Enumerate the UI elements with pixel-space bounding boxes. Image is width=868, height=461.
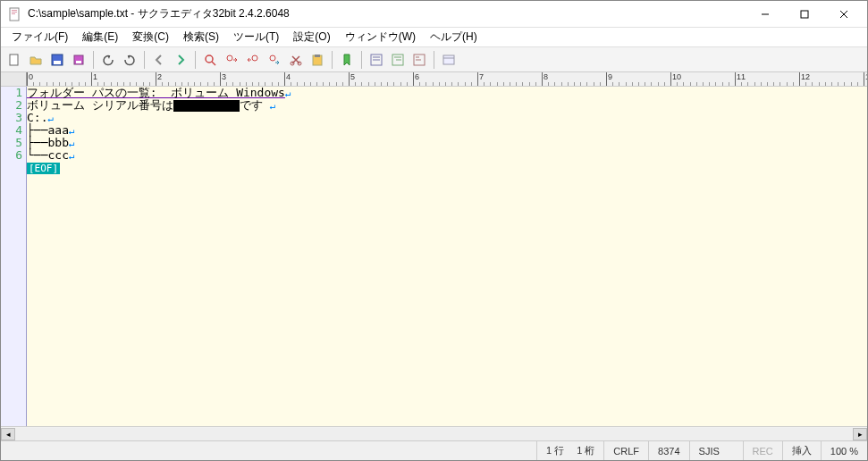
menu-settings[interactable]: 設定(O) [286,28,337,46]
new-icon[interactable] [4,50,24,70]
open-icon[interactable] [26,50,46,70]
scroll-track[interactable] [15,428,853,440]
menu-convert[interactable]: 変換(C) [125,28,176,46]
line-number-gutter: 123456 [1,87,27,426]
settings-icon[interactable] [439,50,459,70]
svg-rect-2 [12,12,17,13]
eof-marker: [EOF] [27,163,60,174]
status-position: 1 行 1 桁 [536,441,603,460]
status-encoding: SJIS [689,441,743,460]
redacted-region [173,100,240,112]
menu-tools[interactable]: ツール(T) [226,28,286,46]
cut-icon[interactable] [286,50,306,70]
find-prev-icon[interactable] [243,50,263,70]
svg-point-13 [206,55,213,63]
outline-3-icon[interactable] [409,50,429,70]
outline-2-icon[interactable] [388,50,408,70]
find-icon[interactable] [200,50,220,70]
status-charcode: 8374 [648,441,688,460]
status-insert-mode: 挿入 [782,441,821,460]
svg-line-14 [212,62,215,65]
maximize-button[interactable] [785,2,824,27]
svg-rect-10 [54,61,61,64]
scroll-right-button[interactable]: ▸ [853,428,867,440]
close-button[interactable] [824,2,864,27]
bookmark-icon[interactable] [337,50,357,70]
status-eol: CRLF [603,441,648,460]
minimize-button[interactable] [746,2,785,27]
outline-1-icon[interactable] [367,50,386,70]
svg-rect-1 [12,10,17,11]
scroll-left-button[interactable]: ◂ [1,428,15,440]
menu-search[interactable]: 検索(S) [176,28,226,46]
horizontal-scrollbar[interactable]: ◂ ▸ [1,426,867,440]
find-next-icon[interactable] [222,50,241,70]
save-all-icon[interactable] [69,50,88,70]
replace-icon[interactable] [265,50,284,70]
menu-help[interactable]: ヘルプ(H) [423,28,485,46]
svg-point-15 [227,55,232,61]
text-editor[interactable]: フォルダー パスの一覧: ボリューム Windows↵ ボリューム シリアル番号… [27,87,867,426]
menu-window[interactable]: ウィンドウ(W) [338,28,423,46]
paste-icon[interactable] [308,50,327,70]
undo-icon[interactable] [98,50,118,70]
forward-icon[interactable] [171,50,190,70]
status-rec: REC [743,441,782,460]
menu-edit[interactable]: 編集(E) [75,28,125,46]
menu-file[interactable]: ファイル(F) [4,28,75,46]
svg-rect-3 [12,13,15,14]
titlebar: C:\sample\sample.txt - サクラエディタ32bit 2.4.… [1,1,867,28]
back-icon[interactable] [149,50,169,70]
ruler: 012345678910111213 [1,72,867,87]
save-icon[interactable] [47,50,67,70]
svg-rect-31 [443,55,454,64]
app-icon [8,7,22,21]
redo-icon[interactable] [120,50,139,70]
statusbar: 1 行 1 桁 CRLF 8374 SJIS REC 挿入 100 % [1,440,867,460]
svg-rect-8 [10,54,18,65]
status-zoom: 100 % [821,441,867,460]
svg-point-17 [270,55,275,61]
svg-rect-5 [801,11,808,18]
window-title: C:\sample\sample.txt - サクラエディタ32bit 2.4.… [28,6,746,21]
menubar: ファイル(F)編集(E)変換(C)検索(S)ツール(T)設定(O)ウィンドウ(W… [1,28,867,47]
svg-rect-21 [315,54,320,57]
svg-rect-12 [76,61,81,63]
svg-point-16 [252,55,257,61]
toolbar [1,47,867,72]
